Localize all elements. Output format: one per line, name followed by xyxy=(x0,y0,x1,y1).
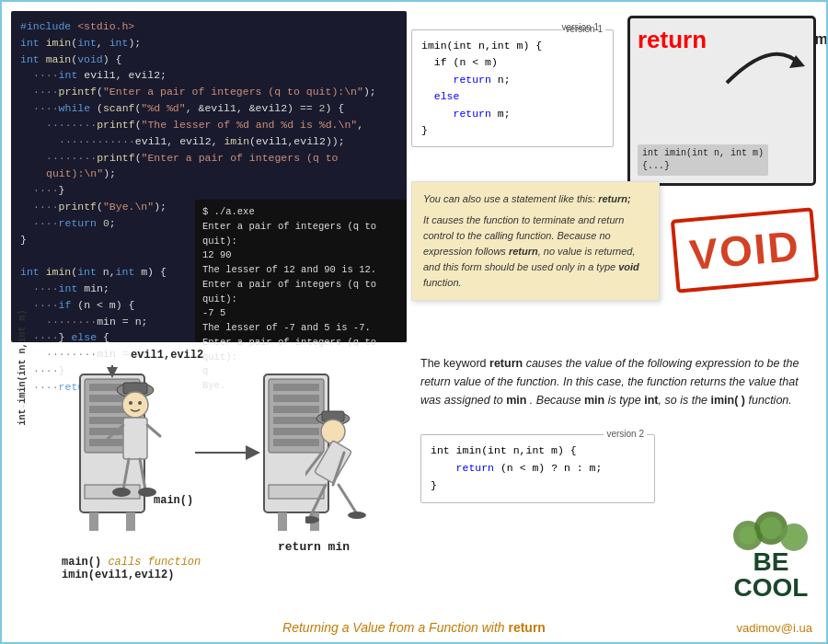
v1-line-1: imin(int n,int m) { xyxy=(421,38,604,54)
svg-rect-18 xyxy=(123,418,147,459)
terminal-line-7: The lesser of -7 and 5 is -7. xyxy=(202,321,399,336)
svg-rect-27 xyxy=(273,384,319,391)
footer-bold: return xyxy=(508,620,545,635)
be-cool-area: BE COOL xyxy=(730,508,812,601)
code-line-8: ············evil1, evil2, imin(evil1,evi… xyxy=(20,133,397,150)
terminal-block: $ ./a.exe Enter a pair of integers (q to… xyxy=(195,200,407,342)
svg-point-52 xyxy=(786,529,802,546)
svg-point-51 xyxy=(760,517,782,539)
v2-line-2: return (n < m) ? n : m; xyxy=(431,460,645,477)
return-min-label: return min xyxy=(278,540,350,554)
main-desc: The keyword return causes the value of t… xyxy=(420,354,811,409)
v1-line-4: else xyxy=(421,88,604,105)
bottom-label-2: imin(evil1,evil2) xyxy=(62,569,201,581)
v1-line-5: return m; xyxy=(421,106,604,122)
version2-label: version 2 xyxy=(604,427,647,443)
return-diagram: return min int imin(int n, int m){...} xyxy=(627,16,816,186)
note-card-body: It causes the function to terminate and … xyxy=(423,213,648,291)
svg-point-44 xyxy=(305,516,319,523)
v2-line-1: int imin(int n,int m) { xyxy=(431,443,645,460)
v2-line-3: } xyxy=(431,477,645,495)
footer: Returning a Value from a Function with r… xyxy=(2,620,826,635)
rotated-imin-label: int imin(int n,int m) xyxy=(17,309,28,425)
svg-line-43 xyxy=(339,485,356,512)
terminal-line-5: Enter a pair of integers (q to quit): xyxy=(202,278,399,307)
code-line-10: ····} xyxy=(20,182,397,199)
note-card: You can also use a statement like this: … xyxy=(411,181,660,301)
terminal-line-4: The lesser of 12 and 90 is 12. xyxy=(202,263,399,278)
bottom-label-1: main() calls function xyxy=(62,556,201,569)
v1-line-2: if (n < m) xyxy=(421,54,604,71)
svg-point-16 xyxy=(129,401,132,405)
svg-line-42 xyxy=(310,485,326,517)
svg-rect-39 xyxy=(315,441,352,484)
be-text: BE xyxy=(753,547,789,576)
terminal-line-6: -7 5 xyxy=(202,306,399,321)
version1-box: version 1 imin(int n,int m) { if (n < m)… xyxy=(411,29,614,147)
svg-line-19 xyxy=(108,425,123,439)
code-line-9: ········printf("Enter a pair of integers… xyxy=(20,150,397,183)
code-line-1: #include <stdio.h> xyxy=(20,18,397,35)
person-left-svg xyxy=(103,370,186,535)
return-arrow-svg xyxy=(718,28,810,101)
code-line-4: ····int evil1, evil2; xyxy=(20,67,397,84)
svg-rect-10 xyxy=(89,512,98,531)
bottom-labels: main() calls function imin(evil1,evil2) xyxy=(62,556,201,581)
svg-line-22 xyxy=(140,459,145,489)
code-line-5: ····printf("Enter a pair of integers (q … xyxy=(20,84,397,100)
cool-text: COOL xyxy=(734,573,809,602)
svg-point-23 xyxy=(112,488,131,497)
arrow-between-svg xyxy=(190,439,264,466)
svg-line-21 xyxy=(123,459,129,489)
illustration-area: int imin(int n,int m) evil1,evil2 xyxy=(11,347,416,591)
min-label: min xyxy=(815,31,828,48)
svg-rect-34 xyxy=(278,512,287,531)
svg-line-20 xyxy=(147,425,160,436)
void-stamp: VOID xyxy=(671,207,819,293)
return-bottom-code: int imin(int n, int m){...} xyxy=(638,144,768,176)
code-line-7: ········printf("The lesser of %d and %d … xyxy=(20,117,397,133)
note-card-line1: You can also use a statement like this: … xyxy=(423,191,648,207)
be-cool-text: BE COOL xyxy=(730,549,812,601)
svg-point-45 xyxy=(348,512,366,519)
svg-point-17 xyxy=(138,401,142,405)
main-label: main() xyxy=(154,494,193,507)
terminal-line-1: $ ./a.exe xyxy=(202,205,399,220)
return-label: return xyxy=(638,26,707,54)
terminal-line-2: Enter a pair of integers (q to quit): xyxy=(202,220,399,249)
svg-rect-28 xyxy=(273,395,319,402)
code-line-2: int imin(int, int); xyxy=(20,35,397,52)
code-line-6: ····while (scanf("%d %d", &evil1, &evil2… xyxy=(20,100,397,117)
version1-label-top: version 1 xyxy=(561,22,599,32)
v1-line-3: return n; xyxy=(421,72,604,88)
v1-line-6: } xyxy=(421,122,604,139)
svg-point-15 xyxy=(122,392,148,418)
code-line-3: int main(void) { xyxy=(20,52,397,68)
version2-box: version 2 int imin(int n,int m) { return… xyxy=(420,434,655,503)
void-text: VOID xyxy=(687,221,802,280)
person-right-svg xyxy=(305,402,416,549)
svg-point-50 xyxy=(739,526,757,545)
terminal-line-3: 12 90 xyxy=(202,248,399,263)
footer-email: vadimov@i.ua xyxy=(736,621,812,635)
svg-point-38 xyxy=(321,420,345,443)
evil-label-top: evil1,evil2 xyxy=(131,349,203,362)
footer-text: Returning a Value from a Function with xyxy=(282,620,505,635)
